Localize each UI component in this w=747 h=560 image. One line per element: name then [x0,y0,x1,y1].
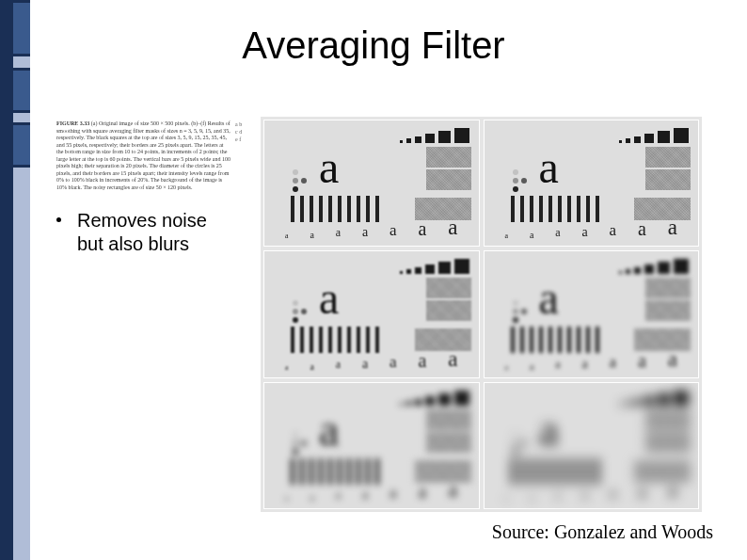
sizing-letters-row: a a a a a a a [505,478,678,503]
panel-label-row-2: c d [235,128,250,136]
noise-patch [426,409,471,430]
figure-caption: FIGURE 3.33 (a) Original image of size 5… [56,120,230,191]
sizing-letters-row: a a a a a a a [285,216,458,240]
sizing-letter: a [505,232,509,240]
sizing-letter: a [530,361,533,372]
square-icon [438,131,451,143]
sizing-letter: a [418,218,426,240]
squares-row [619,259,689,274]
noise-patch [426,169,471,190]
sizing-letter: a [668,347,677,372]
sizing-letter: a [336,358,341,372]
sizing-letters-row: a a a a a a a [505,347,678,372]
sizing-letter: a [336,226,341,240]
sizing-letter: a [555,488,560,503]
sizing-letters-row: a a a a a a a [285,478,458,503]
sizing-letters-row: a a a a a a a [285,347,458,372]
panel-label-row-1: a b [235,120,250,128]
sizing-letter: a [610,484,617,503]
noise-patch [645,169,691,190]
dots-triangle [513,432,527,455]
square-icon [425,134,435,143]
bullet-list: Removes noise but also blurs [56,209,254,256]
figure-panel-c: a a a a a a a a [263,250,480,377]
sizing-letter: a [638,218,646,240]
sizing-letter: a [389,221,397,240]
sizing-letter: a [389,353,397,372]
sizing-letter: a [448,216,457,240]
figure-panel-labels: a b c d e f [235,120,250,144]
noise-patch [645,409,691,430]
sizing-letter: a [285,232,289,240]
sizing-letter: a [505,363,509,372]
figure-panel-e: a a a a a a a a [263,382,480,509]
slide-left-accent [0,0,30,560]
sizing-letter: a [668,478,677,503]
sizing-letter: a [610,353,617,372]
sizing-letter: a [505,494,509,503]
sizing-letter: a [555,358,560,372]
large-letter-a: a [319,276,339,321]
bullet-marker [56,217,61,222]
sizing-letter: a [418,481,426,503]
large-letter-a: a [539,408,559,453]
noise-patch [645,432,691,453]
dots-triangle [293,432,307,455]
dots-triangle [293,300,307,323]
noise-patch [645,147,691,168]
noise-patch [645,278,691,298]
sizing-letter: a [362,488,368,503]
sizing-letter: a [336,488,341,503]
noise-patch [426,147,471,168]
sizing-letter: a [448,347,457,372]
accent-block-3 [13,122,30,168]
figure-panel-a: a a a a a a a a [263,120,480,247]
noise-patch [426,300,471,321]
noise-patch [426,278,471,298]
dots-triangle [513,169,527,192]
large-letter-a: a [539,145,559,190]
square-icon [400,140,403,143]
sizing-letter: a [610,221,617,240]
sizing-letter: a [555,226,560,240]
sizing-letter: a [530,492,533,503]
squares-row [400,259,469,274]
square-icon [406,138,411,143]
sizing-letter: a [530,230,533,240]
large-letter-a: a [539,276,559,321]
dots-triangle [513,300,527,323]
figure-panel-b: a a a a a a a a [484,120,700,247]
square-icon [454,128,469,143]
slide-title: Averaging Filter [0,24,747,67]
squares-row [619,128,689,143]
figure-caption-text: (a) Original image of size 500 × 500 pix… [56,120,230,190]
dots-triangle [293,169,307,192]
figure-grid: a a a a a a a a a [261,117,702,512]
sizing-letter: a [310,361,313,372]
panel-label-row-3: e f [235,136,250,143]
sizing-letter: a [668,216,677,240]
sizing-letter: a [581,357,587,372]
large-letter-a: a [319,145,339,190]
squares-row [400,391,469,406]
sizing-letters-row: a a a a a a a [505,216,678,240]
accent-spine [0,0,13,560]
sizing-letter: a [418,350,426,372]
sizing-letter: a [285,494,289,503]
large-letter-a: a [319,408,339,453]
sizing-letter: a [389,484,397,503]
sizing-letter: a [638,350,646,372]
square-icon [415,136,421,143]
noise-patch [645,300,691,321]
sizing-letter: a [581,488,587,503]
sizing-letter: a [581,225,587,240]
figure-panel-d: a a a a a a a a [484,250,700,377]
source-credit: Source: Gonzalez and Woods [492,521,713,543]
sizing-letter: a [310,230,313,240]
squares-row [619,391,689,406]
sizing-letter: a [285,363,289,372]
sizing-letter: a [638,481,646,503]
sizing-letter: a [310,492,313,503]
squares-row [400,128,469,143]
figure-number: FIGURE 3.33 [56,120,89,126]
